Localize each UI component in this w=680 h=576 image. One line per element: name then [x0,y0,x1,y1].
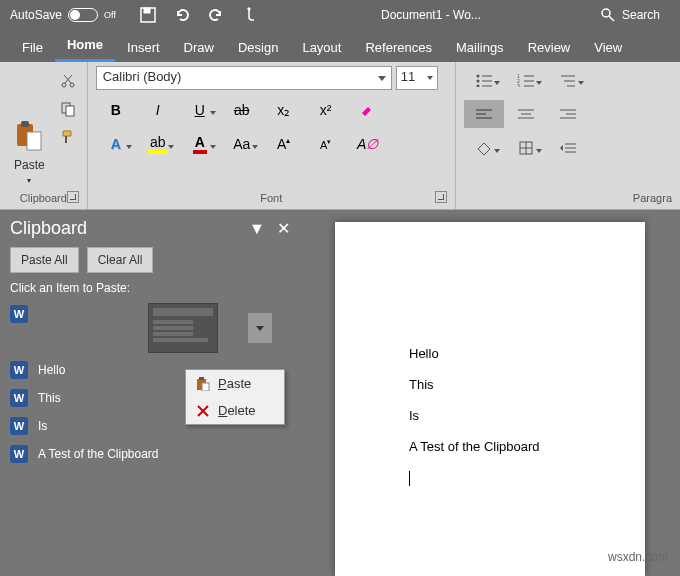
highlight-color-button[interactable]: ab [138,130,178,158]
paste-button[interactable]: Paste ▾ [8,66,51,189]
clipboard-item-image[interactable] [10,303,28,325]
quick-access-toolbar [126,7,272,23]
align-center-icon [518,108,534,120]
underline-button[interactable]: U [180,96,220,124]
clipboard-item-text: This [38,391,61,405]
svg-line-10 [65,75,72,83]
group-label-font: Font [96,189,447,207]
brush-icon [60,129,76,145]
paste-all-button[interactable]: Paste All [10,247,79,273]
undo-icon[interactable] [174,7,190,23]
borders-icon [519,141,533,155]
superscript-button[interactable]: x² [306,96,346,124]
font-name-combo[interactable]: Calibri (Body) [96,66,392,90]
decrease-indent-button[interactable] [548,134,588,162]
tab-draw[interactable]: Draw [172,33,226,62]
clear-all-button[interactable]: Clear All [87,247,154,273]
font-launcher[interactable] [435,191,447,203]
clear-formatting-button[interactable]: A∅ [348,130,388,158]
svg-point-2 [248,8,250,10]
tab-home[interactable]: Home [55,30,115,62]
font-size-combo[interactable]: 11 [396,66,438,90]
pane-options-button[interactable]: ▼ [250,222,264,236]
numbering-icon: 123 [517,73,535,87]
borders-button[interactable] [506,134,546,162]
redo-icon[interactable] [208,7,224,23]
align-left-button[interactable] [464,100,504,128]
shrink-font-button[interactable]: A▾ [306,130,346,158]
bold-button[interactable]: B [96,96,136,124]
toggle-off-icon [68,8,98,22]
change-case-button[interactable]: Aa [222,130,262,158]
svg-rect-6 [21,121,29,127]
align-left-icon [476,108,492,120]
tab-view[interactable]: View [582,33,634,62]
multilevel-list-button[interactable] [548,66,588,94]
copy-button[interactable] [57,98,79,120]
bullets-icon [475,73,493,87]
tab-references[interactable]: References [353,33,443,62]
autosave-toggle[interactable]: AutoSave Off [0,8,126,22]
text-highlight-button[interactable] [348,96,388,124]
context-paste-key: P [218,376,227,391]
touchmode-icon[interactable] [242,7,258,23]
align-right-icon [560,108,576,120]
svg-point-8 [62,83,66,87]
word-icon [10,361,28,379]
svg-rect-46 [202,383,209,391]
search-box[interactable]: Search [590,7,680,23]
tab-layout[interactable]: Layout [290,33,353,62]
tab-review[interactable]: Review [516,33,583,62]
group-clipboard: Paste ▾ Clipboard [0,62,88,209]
subscript-button[interactable]: x₂ [264,96,304,124]
strikethrough-button[interactable]: ab [222,96,262,124]
paste-icon [196,377,210,391]
context-paste-rest: aste [227,376,252,391]
multilevel-icon [559,73,577,87]
clipboard-item-text: Hello [38,363,65,377]
highlighter-icon [359,101,377,119]
align-right-button[interactable] [548,100,588,128]
svg-rect-1 [144,8,150,13]
clipboard-item-text: Is [38,419,47,433]
group-paragraph: 123 Paragra [456,62,680,209]
clipboard-item[interactable]: A Test of the Clipboard [10,443,290,465]
svg-point-9 [70,83,74,87]
tab-file[interactable]: File [10,33,55,62]
context-delete-rest: elete [227,403,255,418]
cut-button[interactable] [57,70,79,92]
bullets-button[interactable] [464,66,504,94]
item-dropdown-button[interactable] [248,313,272,343]
align-center-button[interactable] [506,100,546,128]
svg-text:3: 3 [517,83,520,87]
font-color-button[interactable]: A [180,130,220,158]
context-paste[interactable]: Paste [186,370,284,397]
tab-insert[interactable]: Insert [115,33,172,62]
numbering-button[interactable]: 123 [506,66,546,94]
document-line: This [409,377,615,392]
svg-point-18 [476,85,479,88]
tab-mailings[interactable]: Mailings [444,33,516,62]
tab-design[interactable]: Design [226,33,290,62]
grow-font-button[interactable]: A▴ [264,130,304,158]
italic-button[interactable]: I [138,96,178,124]
scissors-icon [60,73,76,89]
pane-close-button[interactable]: ✕ [276,222,290,236]
pane-hint: Click an Item to Paste: [10,281,290,295]
autosave-label: AutoSave [10,8,62,22]
decrease-indent-icon [560,142,576,154]
svg-point-16 [476,80,479,83]
word-icon [10,445,28,463]
svg-point-3 [602,9,610,17]
context-delete[interactable]: Delete [186,397,284,424]
lower-area: Clipboard ▼ ✕ Paste All Clear All Click … [0,210,680,576]
document-page[interactable]: Hello This Is A Test of the Clipboard [335,222,645,576]
clipboard-launcher[interactable] [67,191,79,203]
search-placeholder: Search [622,8,660,22]
text-effects-button[interactable]: A [96,130,136,158]
format-painter-button[interactable] [57,126,79,148]
save-icon[interactable] [140,7,156,23]
shading-button[interactable] [464,134,504,162]
svg-rect-7 [27,132,41,150]
document-area: Hello This Is A Test of the Clipboard [300,210,680,576]
